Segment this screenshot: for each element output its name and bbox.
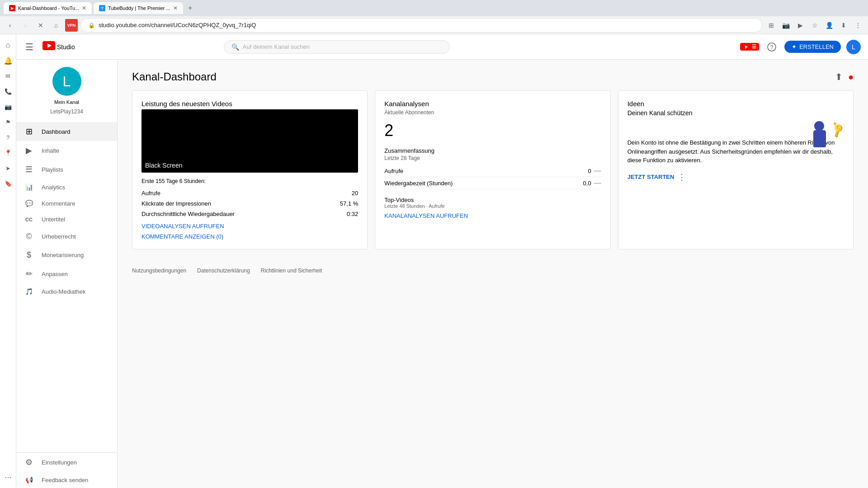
footer-richtlinien[interactable]: Richtlinien und Sicherheit xyxy=(261,267,322,274)
channel-info: L Mein Kanal LetsPlay1234 xyxy=(16,60,117,122)
top-videos-section: Top-Videos Letzte 48 Stunden · Aufrufe xyxy=(384,197,601,209)
stat-label-dauer: Durchschnittliche Wiedergabedauer xyxy=(142,211,235,217)
more-options-icon[interactable]: ⋮ xyxy=(678,172,686,182)
nav-dashboard[interactable]: ⊞ Dashboard xyxy=(16,122,117,141)
icon-bar-whatsapp[interactable]: 📞 xyxy=(1,84,15,99)
profile-btn[interactable]: 👤 xyxy=(823,19,835,32)
analytics-dash-wiedergabe: — xyxy=(594,179,601,187)
analytics-dash-aufrufe: — xyxy=(594,167,601,175)
nav-icon-inhalte: ▶ xyxy=(24,145,34,155)
icon-bar-more[interactable]: ⋯ xyxy=(1,470,15,484)
tab-close-tb[interactable]: ✕ xyxy=(173,5,178,11)
nav-audio[interactable]: 🎵 Audio-Mediathek xyxy=(16,283,117,300)
browser-tab-tubebuddy[interactable]: T TubeBuddy | The Premier ... ✕ xyxy=(94,2,183,14)
create-icon: ✦ xyxy=(792,43,797,50)
home-nav-button[interactable]: ⌂ xyxy=(50,19,62,32)
nav-label-inhalte: Inhalte xyxy=(42,147,59,154)
footer-nutzung[interactable]: Nutzungsbedingungen xyxy=(132,267,186,274)
icon-bar-help[interactable]: ? xyxy=(1,130,15,145)
stat-value-klickrate: 57,1 % xyxy=(340,200,358,207)
more-nav-btn[interactable]: ⋮ xyxy=(852,19,864,32)
top-videos-title: Top-Videos xyxy=(384,197,601,203)
stat-row-dauer: Durchschnittliche Wiedergabedauer 0:32 xyxy=(142,209,358,219)
channel-avatar[interactable]: L xyxy=(52,67,81,96)
forward-button[interactable]: › xyxy=(19,19,32,32)
icon-bar-flag[interactable]: ⚑ xyxy=(1,115,15,129)
nav-label-monetarisierung: Monetarisierung xyxy=(42,252,84,258)
nav-icon-einstellungen: ⚙ xyxy=(24,457,34,467)
nav-einstellungen[interactable]: ⚙ Einstellungen xyxy=(16,453,117,472)
new-tab-button[interactable]: + xyxy=(185,3,196,14)
nav-urheberrecht[interactable]: © Urheberrecht xyxy=(16,227,117,246)
subscribers-count: 2 xyxy=(384,121,601,140)
stat-row-klickrate: Klickrate der Impressionen 57,1 % xyxy=(142,198,358,209)
icon-bar-send[interactable]: ➤ xyxy=(1,161,15,175)
nav-label-feedback: Feedback senden xyxy=(42,477,88,483)
analytics-label-aufrufe: Aufrufe xyxy=(384,168,403,174)
nav-playlists[interactable]: ☰ Playlists xyxy=(16,160,117,179)
ideas-actions: JETZT STARTEN ⋮ xyxy=(627,172,844,182)
my-channel-label: Mein Kanal xyxy=(54,99,79,105)
user-avatar[interactable]: L xyxy=(846,40,861,54)
main-actions: ⬆ ● xyxy=(835,71,854,82)
address-bar[interactable]: 🔒 studio.youtube.com/channel/UCocN6zQPHQ… xyxy=(80,18,762,33)
video-analyses-link[interactable]: VIDEOANALYSEN AUFRUFEN xyxy=(142,223,358,230)
analytics-value-aufrufe: 0 — xyxy=(588,167,601,175)
search-input[interactable]: 🔍 Auf deinem Kanal suchen xyxy=(224,40,450,54)
tab-close-yt[interactable]: ✕ xyxy=(82,5,86,11)
live-icon[interactable]: ● xyxy=(848,72,854,82)
start-button[interactable]: JETZT STARTEN xyxy=(627,174,675,180)
help-btn[interactable]: ? xyxy=(764,40,779,54)
nav-anpassen[interactable]: ✏ Anpassen xyxy=(16,264,117,283)
back-button[interactable]: ‹ xyxy=(4,19,16,32)
stats-section: Aufrufe 20 Klickrate der Impressionen 57… xyxy=(142,188,358,219)
nav-feedback[interactable]: 📢 Feedback senden xyxy=(16,472,117,488)
nav-untertitel[interactable]: CC Untertitel xyxy=(16,211,117,227)
browser-tab-active[interactable]: ▶ Kanal-Dashboard - YouTu... ✕ xyxy=(4,2,92,14)
nav-label-urheberrecht: Urheberrecht xyxy=(42,233,76,240)
nav-monetarisierung[interactable]: $ Monetarisierung xyxy=(16,246,117,264)
nav-inhalte[interactable]: ▶ Inhalte xyxy=(16,141,117,160)
nav-kommentare[interactable]: 💬 Kommentare xyxy=(16,195,117,211)
download-btn[interactable]: ⬇ xyxy=(837,19,850,32)
icon-bar-instagram[interactable]: 📷 xyxy=(1,99,15,114)
footer-datenschutz[interactable]: Datenschutzerklärung xyxy=(197,267,250,274)
comments-link[interactable]: KOMMENTARE ANZEIGEN (0) xyxy=(142,233,358,240)
kanal-analyses-link[interactable]: KANALANALYSEN AUFRUFEN xyxy=(384,212,601,219)
nav-icon-kommentare: 💬 xyxy=(24,200,34,207)
main-header: Kanal-Dashboard ⬆ ● xyxy=(118,60,868,90)
tab-favicon-yt: ▶ xyxy=(9,5,15,11)
video-title-overlay: Black Screen xyxy=(145,162,182,169)
screen-btn[interactable]: 📷 xyxy=(779,19,792,32)
nav-icon-monetarisierung: $ xyxy=(24,250,34,260)
upload-icon[interactable]: ⬆ xyxy=(835,71,843,82)
channel-thumbnail[interactable]: ☰ xyxy=(740,43,759,51)
nav-icon-feedback: 📢 xyxy=(24,476,34,483)
icon-bar-bookmark[interactable]: 🔖 xyxy=(1,176,15,191)
nav-label-analytics: Analytics xyxy=(42,184,65,191)
search-bar: 🔍 Auf deinem Kanal suchen xyxy=(224,40,450,54)
search-placeholder: Auf deinem Kanal suchen xyxy=(243,43,310,50)
icon-bar-notifications[interactable]: 🔔 xyxy=(1,53,15,68)
icon-bar-home[interactable]: ⌂ xyxy=(1,38,15,52)
extensions-btn[interactable]: ⊞ xyxy=(765,19,778,32)
hamburger-btn[interactable]: ☰ xyxy=(24,40,35,54)
nav-label-playlists: Playlists xyxy=(42,166,63,173)
vpn-button[interactable]: VPN xyxy=(65,19,78,32)
cast-btn[interactable]: ▶ xyxy=(794,19,807,32)
tab-favicon-tb: T xyxy=(99,5,105,11)
reload-button[interactable]: ✕ xyxy=(34,19,47,32)
icon-bar-messages[interactable]: ✉ xyxy=(1,69,15,83)
video-thumbnail[interactable]: Black Screen xyxy=(142,109,358,173)
topbar-right: ☰ ? ✦ ERSTELLEN L xyxy=(740,40,861,54)
analytics-row-aufrufe: Aufrufe 0 — xyxy=(384,165,601,177)
bookmark-nav-btn[interactable]: ☆ xyxy=(808,19,821,32)
nav-icon-dashboard: ⊞ xyxy=(24,127,34,136)
figure-head xyxy=(814,121,824,131)
create-button[interactable]: ✦ ERSTELLEN xyxy=(784,41,841,53)
nav-analytics[interactable]: 📊 Analytics xyxy=(16,179,117,195)
channel-thumb-icon: ☰ xyxy=(752,44,756,50)
nav-label-einstellungen: Einstellungen xyxy=(42,459,77,466)
icon-bar-location[interactable]: 📍 xyxy=(1,145,15,160)
nav-label-anpassen: Anpassen xyxy=(42,271,68,277)
